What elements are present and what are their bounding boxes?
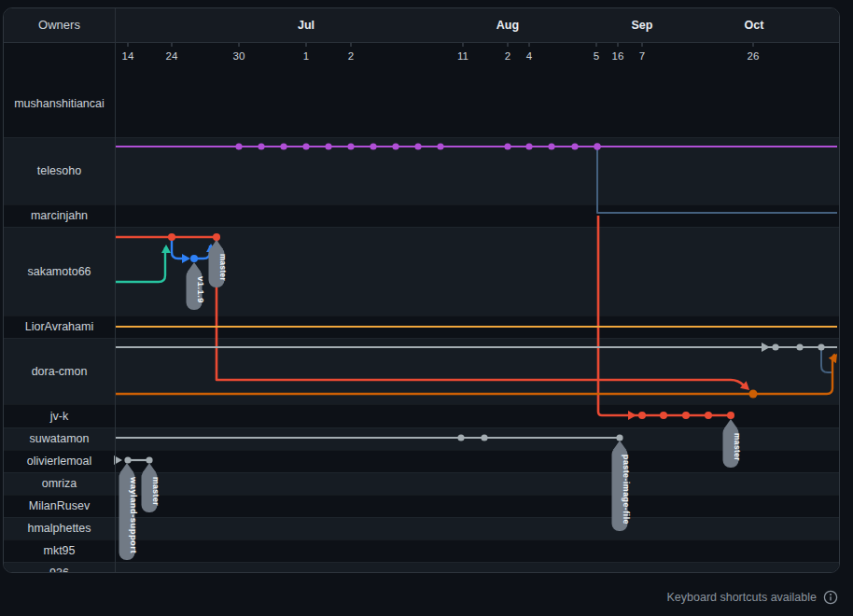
branch-line (172, 239, 210, 259)
merge-arrow (829, 351, 839, 363)
branch-tag-label: master (151, 477, 161, 506)
commit-dot[interactable] (772, 343, 778, 350)
keyboard-shortcuts-label: Keyboard shortcuts available (666, 591, 817, 604)
commit-dot[interactable] (190, 255, 198, 262)
month-label: Jul (298, 8, 315, 42)
month-label: Oct (745, 8, 764, 42)
commit-dot[interactable] (302, 143, 309, 149)
commit-dot[interactable] (504, 143, 510, 149)
commit-dot[interactable] (525, 143, 532, 149)
commit-dot[interactable] (682, 412, 690, 419)
branch-tag-label: v1.1.9 (196, 276, 205, 303)
commit-dot[interactable] (347, 143, 354, 149)
commit-dot[interactable] (638, 412, 646, 419)
info-icon[interactable] (823, 590, 838, 605)
merge-arrow (628, 411, 636, 420)
commit-dot[interactable] (213, 233, 220, 241)
branch-tag-label: master (733, 433, 742, 461)
owners-column-divider (115, 8, 116, 572)
branch-line (821, 349, 832, 372)
commit-dot[interactable] (481, 434, 487, 441)
commit-network-graph: masterv1.1.9masterpaste-image-filewaylan… (4, 8, 839, 572)
commit-dot[interactable] (616, 434, 622, 441)
commit-dot[interactable] (325, 143, 331, 149)
commit-dot[interactable] (414, 143, 421, 149)
branch-tag-label: wayland-support (129, 476, 138, 553)
commit-dot[interactable] (168, 233, 175, 241)
branch-tag-label: master (218, 254, 228, 281)
branch-line (116, 355, 835, 394)
network-graph-panel: masterv1.1.9masterpaste-image-filewaylan… (3, 7, 840, 573)
commit-dot[interactable] (146, 456, 152, 463)
commit-dot[interactable] (594, 143, 601, 150)
branch-line (598, 216, 731, 415)
commit-dot[interactable] (705, 412, 712, 419)
commit-dot[interactable] (280, 143, 287, 149)
owners-column-header: Owners (4, 8, 115, 42)
commit-dot[interactable] (818, 343, 824, 350)
month-label: Sep (632, 8, 653, 42)
commit-dot[interactable] (437, 143, 443, 149)
commit-dot[interactable] (392, 143, 399, 149)
keyboard-shortcuts-hint[interactable]: Keyboard shortcuts available (666, 589, 838, 606)
commit-dot[interactable] (571, 143, 578, 149)
merge-arrow (762, 343, 770, 352)
commit-dot[interactable] (370, 143, 376, 149)
commit-dot[interactable] (727, 412, 734, 419)
merge-arrow (182, 254, 190, 263)
branch-line (597, 147, 837, 213)
commit-dot[interactable] (796, 343, 803, 350)
commit-dot[interactable] (124, 456, 131, 463)
commit-dot[interactable] (660, 412, 667, 419)
month-label: Aug (496, 8, 519, 42)
commit-dot[interactable] (258, 143, 264, 149)
merge-arrow (161, 245, 171, 253)
branch-tag-label: paste-image-file (622, 455, 631, 525)
commit-dot[interactable] (457, 434, 464, 441)
branch-line (116, 247, 165, 282)
commit-dot[interactable] (235, 143, 242, 149)
timeline-header: Owners JulAugSepOct (4, 8, 839, 43)
commit-dot[interactable] (749, 390, 758, 399)
commit-dot[interactable] (548, 143, 554, 149)
